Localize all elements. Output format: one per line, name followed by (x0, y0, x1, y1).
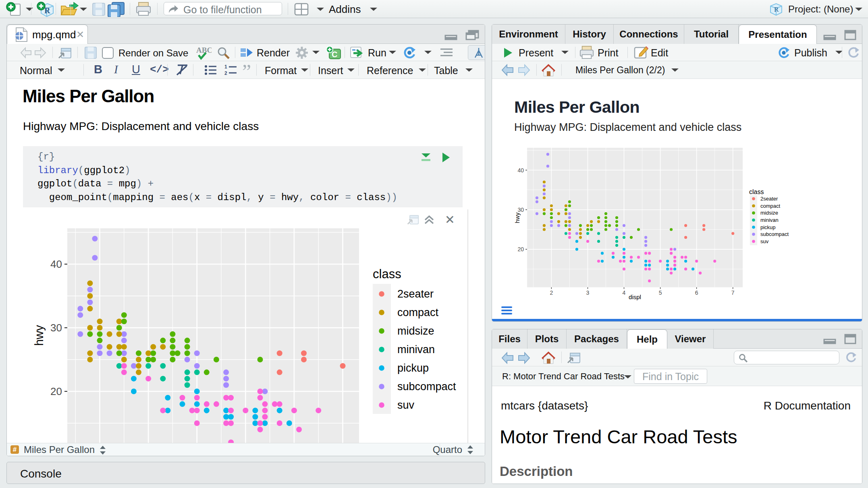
svg-text:class: class (373, 267, 401, 281)
svg-text:suv: suv (397, 399, 415, 411)
svg-text:5: 5 (659, 289, 662, 296)
svg-text:1: 1 (224, 64, 227, 70)
svg-text:30: 30 (50, 322, 62, 334)
svg-text:2seater: 2seater (760, 196, 778, 202)
svg-text:suv: suv (760, 238, 769, 244)
svg-text:midsize: midsize (397, 325, 434, 337)
svg-text:displ: displ (629, 294, 641, 300)
svg-text:20: 20 (517, 246, 524, 252)
svg-text:hwy: hwy (33, 325, 46, 346)
svg-text:20: 20 (50, 385, 62, 397)
svg-text:6: 6 (695, 289, 698, 296)
svg-text:7: 7 (731, 289, 735, 296)
svg-text:R: R (774, 6, 779, 13)
svg-text:2seater: 2seater (397, 288, 434, 300)
svg-text:2: 2 (550, 289, 553, 296)
svg-text:minivan: minivan (397, 343, 435, 356)
svg-text:compact: compact (760, 203, 781, 209)
svg-text:subcompact: subcompact (397, 380, 456, 393)
svg-text:midsize: midsize (760, 210, 778, 216)
svg-text:subcompact: subcompact (760, 231, 789, 237)
svg-text:40: 40 (517, 167, 524, 174)
svg-text:hwy: hwy (514, 212, 521, 223)
svg-text:compact: compact (397, 306, 439, 318)
svg-text:class: class (749, 188, 764, 195)
svg-text:40: 40 (50, 258, 62, 270)
svg-text:pickup: pickup (760, 224, 776, 230)
svg-text:minivan: minivan (760, 217, 779, 223)
svg-text:2: 2 (224, 70, 227, 76)
svg-text:R: R (44, 6, 50, 15)
svg-text:ABC: ABC (196, 46, 212, 54)
svg-text:pickup: pickup (397, 362, 429, 374)
svg-text:4: 4 (623, 289, 626, 296)
svg-text:30: 30 (517, 207, 524, 213)
svg-text:3: 3 (586, 289, 590, 296)
